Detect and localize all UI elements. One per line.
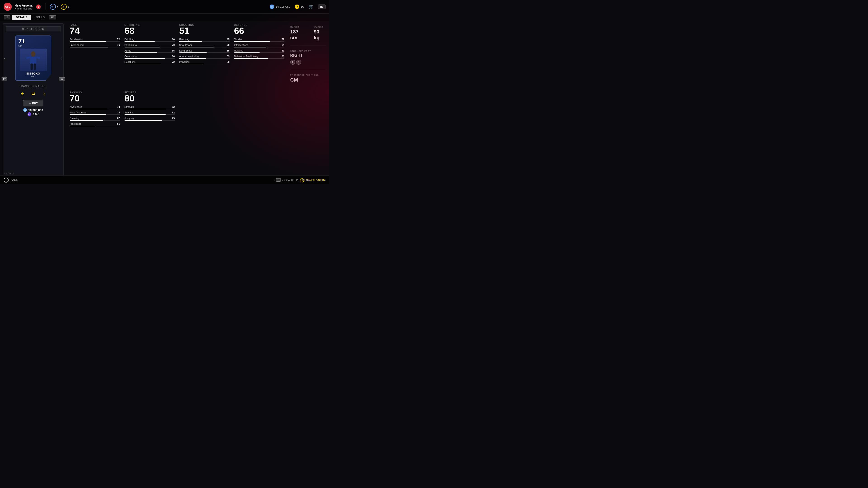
currency-cp-icon: CP <box>270 4 274 9</box>
stat-penalties: Penalties 50 <box>179 61 230 64</box>
stat-acceleration-bar <box>70 41 120 42</box>
currency-gems-value: 10 <box>301 5 304 8</box>
grid-spacer-1 <box>179 91 230 151</box>
stat-free-kicks: Free kicks 51 <box>70 123 120 126</box>
header-right: CP 14,216,060 ◆ 10 🛒 R3 <box>270 4 326 9</box>
stat-stamina: Stamina 82 <box>125 111 175 115</box>
price-rp-value: 3.6K <box>33 112 39 116</box>
stat-finishing: Finishing 45 <box>179 38 230 42</box>
transfer-icon[interactable]: ⇄ <box>30 90 37 97</box>
tab-l1[interactable]: L1 <box>4 15 10 20</box>
currency-cp: CP 14,216,060 <box>270 4 290 9</box>
card-player-name: SISSOKO <box>26 72 40 75</box>
thegamer-logo: TG THEGAMER <box>300 178 326 183</box>
r2-badge[interactable]: R2 <box>59 77 65 81</box>
height-label: HEIGHT <box>290 26 307 28</box>
stat-tackles: Tackles 72 <box>234 38 285 42</box>
pace-value: 74 <box>70 26 120 35</box>
cp-icon: CP <box>50 4 56 10</box>
price-rp-item: RP 3.6K <box>28 112 39 116</box>
stat-acceleration-fill <box>70 41 106 42</box>
transfer-market-label: TRANSFER MARKET <box>19 85 47 88</box>
card-rating: 71 <box>18 38 25 44</box>
stat-category-fitness: FITNESS 80 Strength 82 Stamina 82 <box>125 91 175 151</box>
svg-rect-5 <box>34 64 36 70</box>
action-icons: ★ ⇄ ↕ <box>19 90 48 97</box>
l2-badge[interactable]: L2 <box>2 77 7 81</box>
xp-indicator: XP 3 <box>61 4 69 10</box>
stat-sprint-speed: Sprint speed 76 <box>70 43 120 47</box>
passing-header: PASSING 70 <box>70 91 120 103</box>
positions-section: PREFERRED POSITIONS CM <box>290 74 327 83</box>
player-silhouette <box>24 51 42 71</box>
r-badge: R <box>276 178 281 182</box>
stat-category-shooting: SHOOTING 51 Finishing 45 Shot Power 70 <box>179 24 230 89</box>
player-details-panel: HEIGHT 187 cm WEIGHT 90 kg STRONGER FOOT… <box>290 24 327 176</box>
stat-heading: Heading 51 <box>234 49 285 53</box>
stat-acceleration-name: Acceleration <box>70 38 84 41</box>
star-2: 5 <box>296 60 301 65</box>
stat-strength: Strength 82 <box>125 105 175 109</box>
stat-pass-accuracy: Pass Accuracy 73 <box>70 111 120 115</box>
positions-label: PREFERRED POSITIONS <box>290 74 327 76</box>
price-cp-icon: CP <box>23 108 27 112</box>
notification-badge[interactable]: 1 <box>36 4 41 9</box>
compare-icon[interactable]: ↕ <box>40 90 48 97</box>
stat-awareness: Awareness 74 <box>70 105 120 109</box>
svg-point-0 <box>31 51 35 57</box>
thegamer-icon: TG <box>300 178 305 183</box>
cp-indicator: CP 7 <box>50 4 58 10</box>
club-info: New Arsenal ● Tom_Hopkins <box>14 4 33 10</box>
stronger-foot-label: STRONGER FOOT <box>290 50 327 52</box>
divider-1 <box>290 45 327 45</box>
dribbling-header: Dribbling 68 <box>125 24 175 35</box>
tab-details[interactable]: DETAILS <box>12 15 31 20</box>
skill-points-label: 0 SKILL POINTS <box>6 26 61 31</box>
tab-r1[interactable]: R1 <box>49 15 56 20</box>
player-card-container: ‹ 71 CM <box>11 33 56 83</box>
header: UFL New Arsenal ● Tom_Hopkins 1 CP 7 XP … <box>0 0 329 13</box>
grid-spacer-2 <box>234 91 285 151</box>
tab-skills[interactable]: SKILLS <box>33 15 48 20</box>
cart-icon[interactable]: 🛒 <box>309 4 313 9</box>
thegamer-text: THEGAMER <box>307 178 326 182</box>
price-cp-item: CP 10,000,000 <box>23 108 43 112</box>
shooting-value: 51 <box>179 26 230 35</box>
defence-header: DEFENCE 66 <box>234 24 285 35</box>
stronger-foot-value: RIGHT <box>290 53 327 58</box>
club-logo: UFL <box>4 3 12 11</box>
prev-player-arrow[interactable]: ‹ <box>4 56 5 61</box>
stat-crossing: Crossing 67 <box>70 117 120 121</box>
stat-category-passing: PASSING 70 Awareness 74 Pass Accuracy 73 <box>70 91 120 151</box>
stronger-foot-section: STRONGER FOOT RIGHT 2 5 <box>290 50 327 65</box>
svg-rect-4 <box>31 64 33 70</box>
svg-rect-2 <box>26 57 30 59</box>
shooting-header: SHOOTING 51 <box>179 24 230 35</box>
stat-category-dribbling: Dribbling 68 Dribbling 60 Ball Control 7… <box>125 24 175 89</box>
passing-value: 70 <box>70 94 120 103</box>
back-label: BACK <box>10 178 18 182</box>
svg-text:TG: TG <box>301 180 304 182</box>
star-icon[interactable]: ★ <box>19 90 26 97</box>
stat-sprint-speed-bar <box>70 47 120 47</box>
fitness-header: FITNESS 80 <box>125 91 175 103</box>
price-row: CP 10,000,000 RP 3.6K <box>23 108 43 116</box>
height-value: 187 cm <box>290 29 307 41</box>
header-left: UFL New Arsenal ● Tom_Hopkins 1 CP 7 XP … <box>4 3 69 11</box>
defence-value: 66 <box>234 26 285 35</box>
svg-rect-1 <box>30 57 36 64</box>
r3-badge[interactable]: R3 <box>318 4 326 9</box>
weight-section: WEIGHT 90 kg <box>314 26 327 41</box>
buy-button[interactable]: ▲ BUY <box>23 100 43 106</box>
back-button[interactable]: BACK <box>4 177 18 183</box>
version-text: 0.60.1+24 <box>4 172 14 175</box>
player-card: 71 CM <box>15 35 51 80</box>
stat-interceptions: Interceptions 64 <box>234 43 285 47</box>
weight-value: 90 kg <box>314 29 327 41</box>
currency-gems-icon: ◆ <box>295 4 299 9</box>
next-player-arrow[interactable]: › <box>61 56 63 61</box>
dribbling-value: 68 <box>125 26 175 35</box>
stat-category-defence: DEFENCE 66 Tackles 72 Interceptions 64 <box>234 24 285 89</box>
foot-stars: 2 5 <box>290 60 327 65</box>
height-section: HEIGHT 187 cm <box>290 26 307 41</box>
